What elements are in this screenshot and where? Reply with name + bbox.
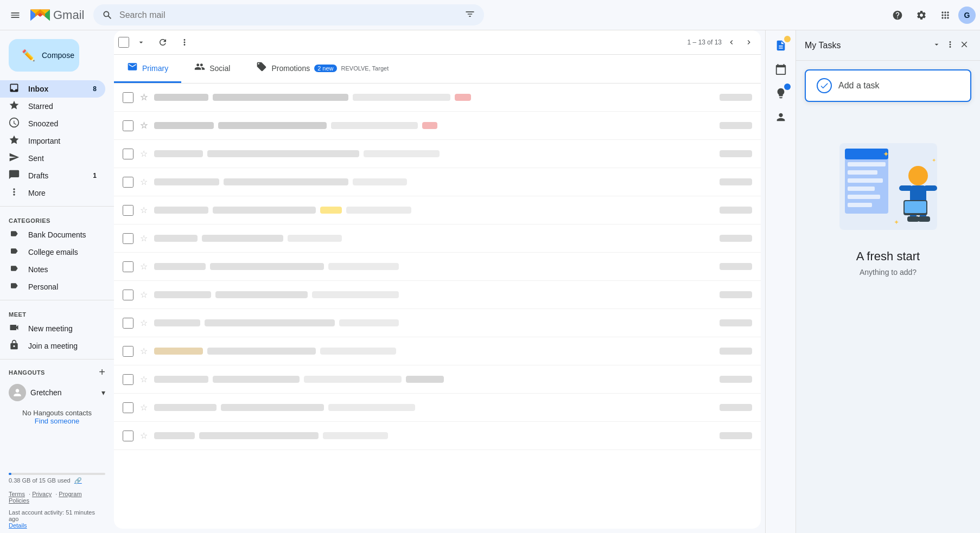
tasks-dropdown-button[interactable] bbox=[930, 38, 943, 53]
sidebar-item-snoozed[interactable]: Snoozed bbox=[0, 115, 105, 132]
sidebar-item-join-meeting[interactable]: Join a meeting bbox=[0, 337, 105, 355]
tasks-close-button[interactable] bbox=[957, 37, 971, 53]
label-block bbox=[422, 122, 437, 129]
star-icon[interactable]: ☆ bbox=[140, 261, 148, 272]
search-filter-button[interactable] bbox=[464, 9, 475, 21]
sidebar-item-drafts[interactable]: Drafts 1 bbox=[0, 167, 105, 184]
help-button[interactable] bbox=[887, 4, 908, 26]
sidebar-item-college-emails[interactable]: College emails bbox=[0, 243, 105, 261]
sidebar-item-important[interactable]: Important bbox=[0, 132, 105, 150]
search-input[interactable] bbox=[119, 10, 458, 20]
keep-rail-icon[interactable] bbox=[770, 82, 792, 104]
star-icon[interactable]: ☆ bbox=[140, 318, 148, 328]
promotions-sub: REVOLVE, Target bbox=[341, 65, 389, 72]
star-icon[interactable]: ☆ bbox=[140, 92, 148, 102]
refresh-button[interactable] bbox=[153, 33, 173, 52]
tasks-title: My Tasks bbox=[805, 41, 930, 50]
terms-link[interactable]: Terms bbox=[9, 491, 25, 497]
star-icon[interactable]: ☆ bbox=[140, 120, 148, 131]
row-checkbox[interactable] bbox=[123, 346, 133, 357]
next-page-button[interactable] bbox=[741, 35, 756, 50]
apps-button[interactable] bbox=[934, 4, 956, 26]
hangout-user-gretchen[interactable]: Gretchen ▾ bbox=[0, 381, 114, 404]
table-row[interactable]: ☆ bbox=[114, 337, 761, 365]
star-icon[interactable]: ☆ bbox=[140, 177, 148, 187]
table-row[interactable]: ☆ bbox=[114, 112, 761, 140]
row-checkbox[interactable] bbox=[123, 120, 133, 131]
details-link[interactable]: Details bbox=[9, 522, 27, 529]
star-icon[interactable]: ☆ bbox=[140, 205, 148, 215]
label-icon-3 bbox=[9, 264, 20, 275]
settings-button[interactable] bbox=[911, 4, 932, 26]
row-checkbox[interactable] bbox=[123, 290, 133, 300]
sidebar-item-sent[interactable]: Sent bbox=[0, 150, 105, 167]
menu-button[interactable] bbox=[4, 4, 26, 26]
drafts-label: Drafts bbox=[28, 171, 84, 180]
star-icon[interactable]: ☆ bbox=[140, 233, 148, 243]
star-icon[interactable]: ☆ bbox=[140, 402, 148, 413]
sidebar-item-bank-documents[interactable]: Bank Documents bbox=[0, 226, 105, 243]
add-task-label: Add a task bbox=[838, 81, 880, 91]
star-icon[interactable]: ☆ bbox=[140, 346, 148, 356]
sidebar-item-notes[interactable]: Notes bbox=[0, 261, 105, 278]
row-checkbox[interactable] bbox=[123, 177, 133, 188]
date-block bbox=[720, 319, 752, 326]
table-row[interactable]: ☆ bbox=[114, 224, 761, 253]
add-hangout-button[interactable]: + bbox=[99, 366, 105, 378]
hangout-menu-button[interactable]: ▾ bbox=[101, 388, 105, 397]
star-icon[interactable]: ☆ bbox=[140, 149, 148, 159]
tasks-badge bbox=[784, 36, 791, 42]
sidebar-item-more[interactable]: More bbox=[0, 184, 105, 202]
sidebar-item-inbox[interactable]: Inbox 8 bbox=[0, 80, 105, 98]
select-all-checkbox[interactable] bbox=[118, 37, 129, 48]
row-checkbox[interactable] bbox=[123, 233, 133, 244]
table-row[interactable]: ☆ bbox=[114, 281, 761, 309]
row-checkbox[interactable] bbox=[123, 318, 133, 329]
star-icon[interactable]: ☆ bbox=[140, 431, 148, 441]
sidebar-item-starred[interactable]: Starred bbox=[0, 98, 105, 115]
row-checkbox[interactable] bbox=[123, 402, 133, 413]
star-icon[interactable]: ☆ bbox=[140, 374, 148, 384]
more-toolbar-button[interactable] bbox=[175, 33, 194, 52]
last-activity-text: Last account activity: 51 minutes ago bbox=[9, 509, 95, 522]
prev-page-button[interactable] bbox=[724, 35, 739, 50]
row-checkbox[interactable] bbox=[123, 261, 133, 272]
table-row[interactable]: ☆ bbox=[114, 84, 761, 112]
search-bar[interactable] bbox=[93, 4, 484, 25]
sidebar-item-personal[interactable]: Personal bbox=[0, 278, 105, 296]
row-checkbox[interactable] bbox=[123, 205, 133, 216]
tasks-menu-button[interactable] bbox=[943, 37, 957, 53]
calendar-rail-icon[interactable] bbox=[770, 59, 792, 80]
table-row[interactable]: ☆ bbox=[114, 309, 761, 337]
table-row[interactable]: ☆ bbox=[114, 365, 761, 394]
snippet-block bbox=[331, 122, 418, 129]
row-checkbox[interactable] bbox=[123, 149, 133, 159]
table-row[interactable]: ☆ bbox=[114, 253, 761, 281]
select-dropdown-button[interactable] bbox=[131, 33, 151, 52]
find-someone-link[interactable]: Find someone bbox=[35, 417, 79, 425]
tab-primary[interactable]: Primary bbox=[114, 55, 181, 83]
compose-button[interactable]: ✏️ Compose bbox=[9, 39, 79, 72]
row-checkbox[interactable] bbox=[123, 92, 133, 103]
icon-rail bbox=[765, 30, 796, 533]
star-icon[interactable]: ☆ bbox=[140, 290, 148, 300]
table-row[interactable]: ☆ bbox=[114, 196, 761, 224]
privacy-link[interactable]: Privacy bbox=[32, 491, 52, 497]
table-row[interactable]: ☆ bbox=[114, 140, 761, 168]
manage-storage-link[interactable]: 🔗 bbox=[74, 477, 82, 484]
table-row[interactable]: ☆ bbox=[114, 168, 761, 196]
add-task-box[interactable]: Add a task bbox=[805, 69, 971, 102]
row-checkbox[interactable] bbox=[123, 431, 133, 441]
contacts-rail-icon[interactable] bbox=[770, 106, 792, 128]
storage-used: 0.38 GB of 15 GB used bbox=[9, 477, 71, 484]
tab-social[interactable]: Social bbox=[181, 55, 243, 83]
account-avatar[interactable]: G bbox=[958, 7, 976, 24]
tab-promotions[interactable]: Promotions 2 new REVOLVE, Target bbox=[243, 55, 402, 83]
row-checkbox[interactable] bbox=[123, 374, 133, 385]
table-row[interactable]: ☆ bbox=[114, 394, 761, 422]
sidebar-item-new-meeting[interactable]: New meeting bbox=[0, 320, 105, 337]
subject-block bbox=[210, 263, 324, 270]
table-row[interactable]: ☆ bbox=[114, 422, 761, 450]
tasks-rail-icon[interactable] bbox=[770, 35, 792, 56]
more-label: More bbox=[28, 189, 97, 197]
